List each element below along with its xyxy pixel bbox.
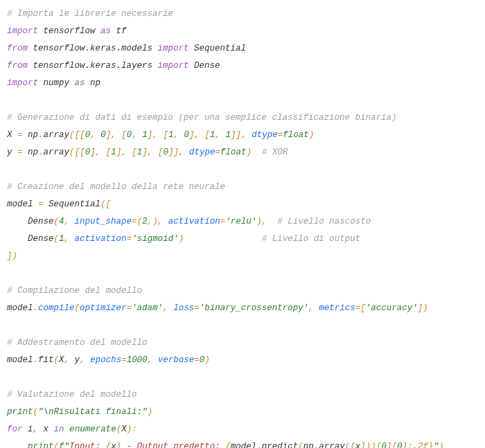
class: Dense <box>28 234 54 244</box>
num: 1 <box>226 130 231 140</box>
kwarg: input_shape <box>75 217 132 226</box>
lp: ( <box>69 147 75 157</box>
alias: tf <box>116 26 127 36</box>
lb: [ <box>163 130 168 140</box>
num: 1 <box>59 234 64 244</box>
colon: : <box>132 424 137 434</box>
comma: , <box>121 147 127 157</box>
num: 0 <box>184 130 189 140</box>
var: model <box>7 303 33 313</box>
num: 0 <box>163 147 168 157</box>
kwarg: dtype <box>189 147 215 157</box>
comma: , <box>96 147 101 157</box>
keyword-for: for <box>7 424 23 434</box>
num: 2 <box>142 217 148 226</box>
kwarg: activation <box>168 217 220 226</box>
comma: , <box>194 130 200 140</box>
lb: [ <box>121 130 127 140</box>
lp: ( <box>54 355 60 365</box>
class: Dense <box>28 217 54 226</box>
var: model <box>7 355 33 365</box>
comment: # Compilazione del modello <box>7 286 142 296</box>
comment: # Importa le librerie necessarie <box>7 9 173 19</box>
dot: . <box>38 130 44 140</box>
kwarg: epochs <box>90 355 121 365</box>
dot: . <box>33 303 39 313</box>
lp: ( <box>69 130 75 140</box>
method: predict <box>262 442 299 448</box>
lb: [ <box>360 303 366 313</box>
kwarg: dtype <box>252 130 278 140</box>
string: 'relu' <box>225 217 256 226</box>
rbrace: } <box>428 442 434 448</box>
lb: [ <box>205 130 211 140</box>
builtin: float <box>220 147 247 157</box>
rbrace: } <box>116 442 122 448</box>
num: 1 <box>210 130 215 140</box>
lb: [ <box>132 147 137 157</box>
lp: ( <box>54 217 60 226</box>
builtin: print <box>7 407 33 417</box>
num: 4 <box>59 217 64 226</box>
string: 'accuracy' <box>366 303 418 313</box>
op-eq: = <box>127 234 132 244</box>
comma: , <box>33 424 39 434</box>
var: i <box>28 424 33 434</box>
lp: ( <box>137 217 143 226</box>
dot: . <box>38 147 44 157</box>
np: np <box>303 442 314 448</box>
kwarg: verbose <box>158 355 195 365</box>
dot: . <box>256 442 262 448</box>
var: y <box>75 355 80 365</box>
builtin: float <box>283 130 309 140</box>
string: 'sigmoid' <box>132 234 179 244</box>
rp: ) <box>371 442 376 448</box>
lb: [ <box>80 147 85 157</box>
comment: # Livello nascosto <box>277 217 371 226</box>
op-eq: = <box>194 355 200 365</box>
keyword-import: import <box>7 78 38 88</box>
lbrace: { <box>225 442 231 448</box>
num: 1 <box>111 147 116 157</box>
lbrace: { <box>106 442 112 448</box>
rp: ) <box>148 407 153 417</box>
op-eq: = <box>127 303 132 313</box>
op-eq: = <box>194 303 200 313</box>
op-eq: = <box>17 130 23 140</box>
comma: , <box>148 147 153 157</box>
rb: ] <box>231 130 236 140</box>
lb: [ <box>350 442 355 448</box>
np: np <box>28 147 38 157</box>
kwarg: optimizer <box>80 303 127 313</box>
string: "\nRisultati finali:" <box>38 407 148 417</box>
method: compile <box>38 303 75 313</box>
op-eq: = <box>38 199 44 209</box>
lb: [ <box>80 130 85 140</box>
lp: ( <box>100 199 106 209</box>
keyword-as: as <box>100 26 111 36</box>
comma: , <box>158 217 164 226</box>
op-eq: = <box>132 217 137 226</box>
code-block: # Importa le librerie necessarie import … <box>7 6 478 448</box>
fn: array <box>44 130 70 140</box>
comma: , <box>64 217 70 226</box>
rb: ] <box>360 442 366 448</box>
keyword-import: import <box>7 26 38 36</box>
comma: , <box>163 303 168 313</box>
comment: # Livello di output <box>262 234 361 244</box>
keyword-as: as <box>75 78 85 88</box>
num: 0 <box>381 442 387 448</box>
rp: ) <box>152 217 158 226</box>
var: X <box>59 355 64 365</box>
dot: . <box>33 355 39 365</box>
comma: , <box>262 217 267 226</box>
rp: ) <box>179 234 184 244</box>
comma: , <box>179 147 184 157</box>
comment: # Addestramento del modello <box>7 338 148 348</box>
module: numpy <box>44 78 70 88</box>
comment: # Creazione del modello della rete neura… <box>7 182 225 192</box>
keyword-import: import <box>158 61 189 71</box>
rb: ] <box>142 147 148 157</box>
kwarg: activation <box>75 234 127 244</box>
rp: ) <box>309 130 315 140</box>
